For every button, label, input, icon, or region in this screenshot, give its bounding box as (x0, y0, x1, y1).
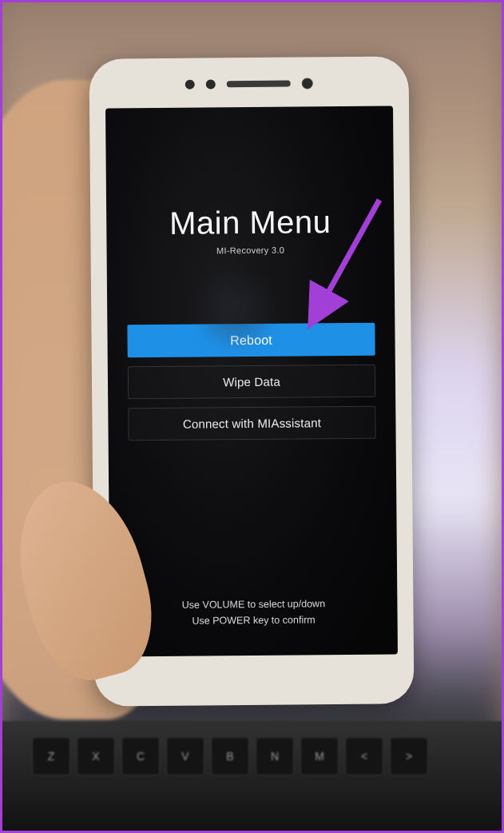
navigation-instructions: Use VOLUME to select up/down Use POWER k… (109, 595, 397, 629)
phone-top-sensors (185, 78, 313, 90)
light-sensor-icon (206, 79, 216, 89)
page-title: Main Menu (169, 204, 331, 241)
laptop-keyboard-blur: ZXC VBN M<> (0, 721, 504, 833)
menu-item-label: Connect with MIAssistant (183, 416, 321, 431)
screen-reflection (187, 261, 284, 357)
instruction-power: Use POWER key to confirm (110, 611, 398, 629)
phone-screen: Main Menu MI-Recovery 3.0 Reboot Wipe Da… (105, 106, 398, 656)
menu-item-connect-miassistant[interactable]: Connect with MIAssistant (128, 406, 375, 441)
earpiece-speaker-icon (227, 81, 291, 88)
front-camera-icon (302, 78, 313, 89)
version-subtitle: MI-Recovery 3.0 (216, 245, 284, 256)
menu-item-wipe-data[interactable]: Wipe Data (128, 365, 375, 400)
menu-item-label: Wipe Data (223, 375, 280, 389)
proximity-sensor-icon (185, 80, 195, 90)
